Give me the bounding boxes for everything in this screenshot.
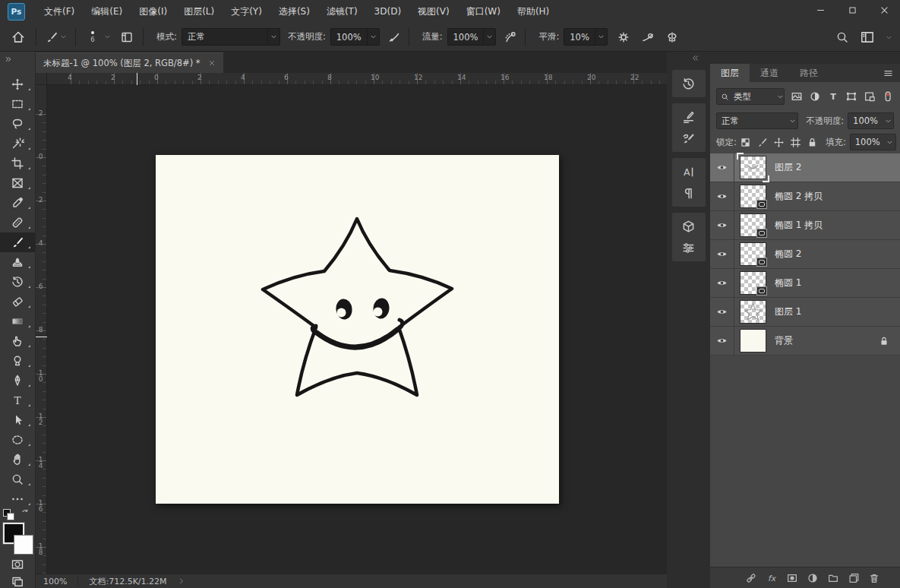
canvas-pasteboard[interactable] <box>47 85 667 574</box>
layer-thumbnail[interactable] <box>740 300 766 324</box>
collapse-panels-icon[interactable] <box>691 54 699 62</box>
tool-smudge[interactable] <box>0 331 35 351</box>
menu-item[interactable]: 图像(I) <box>131 0 175 23</box>
tool-brush[interactable] <box>0 232 35 252</box>
brush-tool-preset[interactable] <box>42 30 70 44</box>
panel-tab-item[interactable]: 路径 <box>789 64 829 82</box>
menu-item[interactable]: 选择(S) <box>270 0 318 23</box>
airbrush-icon[interactable] <box>504 30 517 44</box>
close-tab-icon[interactable] <box>208 59 216 67</box>
layer-visibility-toggle[interactable] <box>710 211 734 239</box>
panel-button-3d[interactable] <box>672 216 706 237</box>
tool-marquee[interactable] <box>0 94 35 114</box>
chevron-down-icon[interactable] <box>104 33 111 40</box>
filter-smart-icon[interactable] <box>864 90 876 103</box>
panel-button-brushes[interactable] <box>672 128 706 149</box>
filter-pic-icon[interactable] <box>791 90 803 103</box>
layer-opacity-input[interactable]: 100% <box>848 112 894 129</box>
layer-visibility-toggle[interactable] <box>710 269 734 297</box>
tool-stamp[interactable] <box>0 252 35 272</box>
status-options-chevron[interactable] <box>178 577 185 585</box>
fx-button[interactable]: fx <box>766 572 778 584</box>
menu-item[interactable]: 图层(L) <box>175 0 223 23</box>
tool-frame[interactable] <box>0 173 35 193</box>
panel-button-properties[interactable] <box>672 237 706 258</box>
tool-path-select[interactable] <box>0 410 35 430</box>
screen-mode-button[interactable] <box>11 574 24 588</box>
tool-type[interactable]: T <box>0 390 35 410</box>
layer-row[interactable]: 椭圆 2 <box>710 240 900 269</box>
filter-adj-button[interactable] <box>807 572 819 584</box>
layer-thumbnail[interactable] <box>740 156 766 179</box>
panel-tab-item[interactable]: 通道 <box>750 64 789 82</box>
menu-item[interactable]: 文字(Y) <box>223 0 270 23</box>
quick-mask-button[interactable] <box>11 558 24 571</box>
home-icon[interactable] <box>11 30 26 45</box>
layer-thumbnail[interactable] <box>740 185 766 208</box>
tool-zoom[interactable] <box>0 469 35 489</box>
tool-crop[interactable] <box>0 153 35 173</box>
tool-shape[interactable] <box>0 430 35 450</box>
menu-item[interactable]: 编辑(E) <box>83 0 131 23</box>
filter-adj-icon[interactable] <box>809 90 821 103</box>
mask-button[interactable] <box>786 572 798 584</box>
layer-visibility-toggle[interactable] <box>710 298 734 326</box>
filter-type-icon[interactable]: T <box>827 90 839 103</box>
layer-filter-select[interactable]: 类型 <box>716 88 785 105</box>
menu-item[interactable]: 帮助(H) <box>509 0 557 23</box>
menu-item[interactable]: 3D(D) <box>366 0 409 23</box>
expand-toolbar-button[interactable] <box>0 52 35 67</box>
tool-magic-wand[interactable] <box>0 134 35 153</box>
layer-visibility-toggle[interactable] <box>710 327 734 355</box>
layer-thumbnail[interactable] <box>740 329 766 352</box>
swap-colors-icon[interactable] <box>20 507 30 518</box>
folder-button[interactable] <box>827 572 839 584</box>
panel-button-brush-settings[interactable] <box>672 106 706 128</box>
layer-row[interactable]: 背景 <box>710 327 900 356</box>
tool-gradient[interactable] <box>0 311 35 331</box>
layer-visibility-toggle[interactable] <box>710 153 734 182</box>
tool-hand[interactable] <box>0 450 35 469</box>
tool-dodge[interactable] <box>0 351 35 371</box>
zoom-level-field[interactable]: 100% <box>36 577 77 586</box>
tool-pen[interactable] <box>0 371 35 390</box>
layer-row[interactable]: 椭圆 1 拷贝 <box>710 211 900 240</box>
layer-row[interactable]: 图层 1 <box>710 298 900 327</box>
flow-input[interactable]: 100% <box>447 28 497 46</box>
new-layer-button[interactable] <box>848 572 860 584</box>
lock-move-icon[interactable] <box>773 137 785 148</box>
background-color-swatch[interactable] <box>14 535 33 555</box>
layer-blend-mode-select[interactable]: 正常 <box>716 112 798 129</box>
maximize-button[interactable] <box>836 0 868 20</box>
panel-button-paragraph[interactable] <box>672 182 706 204</box>
layer-row[interactable]: 图层 2 <box>710 153 900 182</box>
blend-mode-select[interactable]: 正常 <box>182 28 280 46</box>
pressure-size-icon[interactable] <box>641 30 655 44</box>
tool-lasso[interactable] <box>0 114 35 134</box>
tool-ellipsis[interactable] <box>0 489 35 509</box>
canvas-document[interactable] <box>156 155 559 504</box>
toggle-brush-panel-icon[interactable] <box>120 30 134 44</box>
lock-artboard-icon[interactable] <box>790 137 801 148</box>
default-colors-icon[interactable] <box>3 509 13 519</box>
tool-healing[interactable] <box>0 213 35 232</box>
tool-move[interactable] <box>0 74 35 94</box>
lock-icon[interactable] <box>807 137 818 148</box>
minimize-button[interactable] <box>804 0 836 20</box>
layer-fill-input[interactable]: 100% <box>850 134 896 150</box>
menu-item[interactable]: 窗口(W) <box>458 0 509 23</box>
layer-thumbnail[interactable] <box>740 242 766 266</box>
lock-transparent-icon[interactable] <box>740 137 751 148</box>
menu-item[interactable]: 视图(V) <box>409 0 458 23</box>
tool-history-brush[interactable] <box>0 272 35 292</box>
tool-eraser[interactable] <box>0 292 35 311</box>
layer-visibility-toggle[interactable] <box>710 182 734 210</box>
filter-toggle-icon[interactable] <box>882 90 894 103</box>
ruler-origin-corner[interactable] <box>36 73 47 85</box>
layer-visibility-toggle[interactable] <box>710 240 734 268</box>
close-button[interactable] <box>868 0 900 20</box>
document-tab[interactable]: 未标题-1 @ 100% (图层 2, RGB/8#) * <box>36 52 223 73</box>
smoothing-input[interactable]: 10% <box>564 28 608 46</box>
layer-thumbnail[interactable] <box>740 213 766 237</box>
chevron-down-icon[interactable] <box>886 34 892 41</box>
